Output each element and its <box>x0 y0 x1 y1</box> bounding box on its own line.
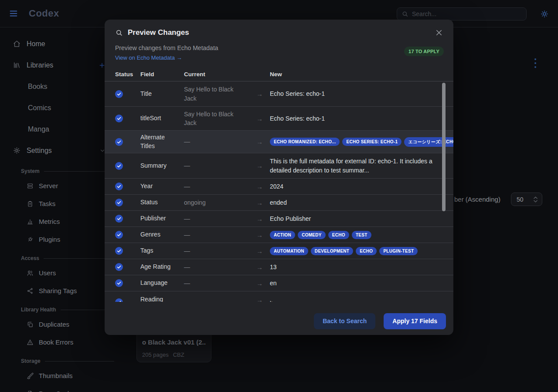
dialog-footer: Back to Search Apply 17 Fields <box>105 307 453 335</box>
row-checkbox[interactable] <box>115 279 123 287</box>
library-icon <box>13 61 20 69</box>
table-row[interactable]: titleSort Say Hello to Black Jack → Echo… <box>105 107 453 131</box>
sidebar-item-label: Settings <box>27 147 99 155</box>
sidebar: Home Libraries Books Comics Manga Settin… <box>0 27 122 392</box>
search-icon <box>115 29 123 37</box>
changes-table: Status Field Current New Title Say Hello… <box>105 68 453 307</box>
row-checkbox[interactable] <box>115 162 123 170</box>
sidebar-item-metrics[interactable]: Metrics <box>0 213 122 230</box>
sidebar-item-thumbnails[interactable]: Thumbnails <box>0 367 122 385</box>
sidebar-item-book-errors[interactable]: Book Errors <box>0 333 122 351</box>
sidebar-item-duplicates[interactable]: Duplicates <box>0 315 122 333</box>
value-badge: COMEDY <box>298 231 326 239</box>
search-input[interactable] <box>412 10 517 17</box>
table-row[interactable]: Reading → ltr <box>105 291 453 302</box>
value-badge: ECHO <box>356 247 377 255</box>
value-badge: ACTION <box>270 231 295 239</box>
row-checkbox[interactable] <box>115 182 123 190</box>
sidebar-item-server[interactable]: Server <box>0 177 122 195</box>
apply-fields-button[interactable]: Apply 17 Fields <box>384 313 446 329</box>
sidebar-item-label: Tasks <box>39 200 55 207</box>
sidebar-item-page-cache[interactable]: Page Cache <box>0 385 122 392</box>
table-row[interactable]: Genres — → ACTION COMEDY ECHO TEST <box>105 227 453 243</box>
clipboard-icon <box>27 200 34 207</box>
table-row[interactable]: Publisher — → Echo Publisher <box>105 211 453 227</box>
row-arrow-icon: → <box>249 264 270 271</box>
page-kebab-icon[interactable] <box>534 58 536 68</box>
sidebar-item-tasks[interactable]: Tasks <box>0 195 122 213</box>
sidebar-item-plugins[interactable]: Plugins <box>0 230 122 248</box>
table-row[interactable]: Title Say Hello to Black Jack → Echo Ser… <box>105 81 453 107</box>
row-checkbox[interactable] <box>115 247 123 255</box>
value-badge: PLUGIN-TEST <box>379 247 418 255</box>
sort-order-label: ber (Ascending) <box>454 196 500 203</box>
row-arrow-icon: → <box>249 215 270 223</box>
sidebar-item-manga[interactable]: Manga <box>0 118 122 140</box>
close-icon[interactable] <box>435 29 443 37</box>
table-row[interactable]: Alternate Titles — → ECHO ROMANIZED: ECH… <box>105 131 453 153</box>
row-checkbox[interactable] <box>115 231 123 239</box>
row-checkbox[interactable] <box>115 215 123 223</box>
menu-icon[interactable] <box>9 9 18 18</box>
row-checkbox[interactable] <box>115 90 123 98</box>
row-arrow-icon: → <box>249 291 270 302</box>
sidebar-item-label: Duplicates <box>39 321 69 328</box>
table-row[interactable]: Summary — → This is the full metadata fo… <box>105 153 453 179</box>
row-current: — <box>184 230 249 239</box>
page-size-select[interactable]: 50 <box>511 193 542 206</box>
row-field: Alternate Titles <box>140 133 184 150</box>
col-new: New <box>270 71 439 78</box>
row-arrow-icon: → <box>249 162 270 169</box>
row-field: Publisher <box>140 214 184 223</box>
row-field: Summary <box>140 162 184 170</box>
scrollbar-thumb[interactable] <box>442 83 446 211</box>
row-checkbox[interactable] <box>115 298 123 302</box>
sidebar-item-sharing-tags[interactable]: Sharing Tags <box>0 282 122 300</box>
row-field: Year <box>140 182 184 191</box>
sun-icon[interactable] <box>541 10 548 18</box>
table-header: Status Field Current New <box>105 68 453 81</box>
back-to-search-button[interactable]: Back to Search <box>314 313 375 329</box>
divider <box>44 171 114 172</box>
spinner-chevrons-icon[interactable] <box>534 196 538 203</box>
row-checkbox[interactable] <box>115 138 123 146</box>
row-new-badges: ECHO ROMANIZED: ECHO... ECHO SERIES: ECH… <box>270 137 453 147</box>
row-checkbox[interactable] <box>115 199 123 206</box>
row-current: — <box>184 247 249 255</box>
value-badge: ECHO SERIES: ECHO-1 <box>342 138 401 146</box>
row-field: Title <box>140 90 184 98</box>
sidebar-item-libraries[interactable]: Libraries <box>0 54 122 76</box>
sidebar-item-users[interactable]: Users <box>0 264 122 282</box>
row-current: — <box>184 137 249 146</box>
sidebar-item-comics[interactable]: Comics <box>0 97 122 118</box>
row-checkbox[interactable] <box>115 263 123 271</box>
row-arrow-icon: → <box>249 183 270 190</box>
divider <box>44 258 114 259</box>
table-row[interactable]: Age Rating — → 13 <box>105 259 453 275</box>
table-row[interactable]: Year — → 2024 <box>105 179 453 195</box>
home-icon <box>13 40 20 47</box>
col-status: Status <box>115 71 140 78</box>
copy-icon <box>27 321 34 328</box>
sidebar-item-label: Sharing Tags <box>39 287 77 294</box>
sidebar-section-storage: Storage <box>21 358 114 364</box>
sidebar-item-label: Plugins <box>39 236 60 243</box>
sidebar-item-label: Comics <box>28 104 51 112</box>
row-field: Reading <box>140 291 184 302</box>
table-row[interactable]: Language — → en <box>105 275 453 291</box>
row-checkbox[interactable] <box>115 115 123 122</box>
table-row[interactable]: Tags — → AUTOMATION DEVELOPMENT ECHO PLU… <box>105 243 453 259</box>
table-row[interactable]: Status ongoing → ended <box>105 195 453 211</box>
sidebar-item-home[interactable]: Home <box>0 33 122 54</box>
row-current: ongoing <box>184 198 249 207</box>
sidebar-item-books[interactable]: Books <box>0 76 122 97</box>
sidebar-item-settings[interactable]: Settings <box>0 140 122 161</box>
file-icon <box>27 390 34 392</box>
alert-triangle-icon <box>27 339 34 346</box>
global-search[interactable] <box>397 7 527 20</box>
col-current: Current <box>184 71 249 78</box>
sidebar-item-label: Users <box>39 269 56 277</box>
row-arrow-icon: → <box>249 138 270 145</box>
view-source-link[interactable]: View on Echo Metadata → <box>115 54 182 61</box>
users-icon <box>27 270 34 277</box>
